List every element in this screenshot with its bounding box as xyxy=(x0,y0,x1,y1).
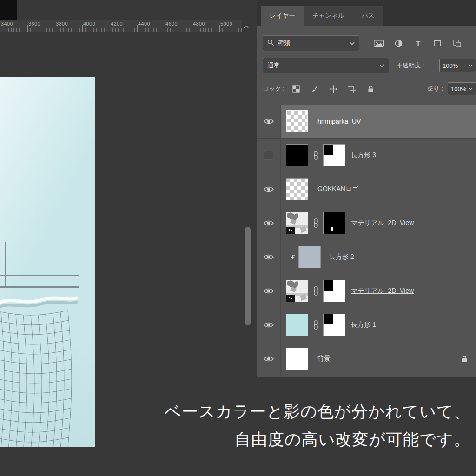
layer-name[interactable]: 背景 xyxy=(317,355,331,363)
ruler-label: 4800 xyxy=(193,21,205,26)
clipping-mask-arrow-icon xyxy=(284,255,298,260)
ruler-corner-block xyxy=(0,0,17,20)
layer-mask-thumbnail[interactable] xyxy=(323,280,345,302)
lock-label: ロック : xyxy=(263,81,284,97)
layer-name[interactable]: 長方形 3 xyxy=(351,151,376,159)
visibility-toggle[interactable] xyxy=(257,274,281,308)
svg-text:T: T xyxy=(416,40,420,47)
tab-paths[interactable]: パス xyxy=(353,6,383,26)
shape-layer-filter-icon[interactable] xyxy=(432,38,443,49)
link-icon xyxy=(308,320,323,330)
opacity-label: 不透明度 : xyxy=(397,58,424,73)
link-icon xyxy=(308,286,323,296)
layer-mask-thumbnail[interactable] xyxy=(323,144,345,166)
pixel-layer-filter-icon[interactable] xyxy=(373,38,384,49)
layer-name[interactable]: GOKKANロゴ xyxy=(317,185,359,193)
layer-mask-thumbnail[interactable] xyxy=(323,212,345,234)
visibility-toggle[interactable] xyxy=(257,308,281,342)
layer-name[interactable]: hmmparka_UV xyxy=(317,118,361,125)
visibility-toggle[interactable] xyxy=(257,342,281,376)
fill-field[interactable]: 100% xyxy=(448,82,476,95)
layers-panel: レイヤー チャンネル パス 種類 T xyxy=(257,0,476,377)
horizontal-ruler[interactable]: 3400 3600 3800 4000 4200 4400 4600 4800 … xyxy=(0,20,242,32)
layer-thumbnail[interactable] xyxy=(286,110,308,132)
eye-icon xyxy=(264,254,274,260)
visibility-toggle[interactable] xyxy=(257,172,281,206)
layer-row-background[interactable]: 背景 xyxy=(257,342,476,376)
opacity-field[interactable]: 100% xyxy=(439,59,476,72)
ruler-label: 3600 xyxy=(28,21,40,26)
uv-strap-grid-line xyxy=(5,242,6,288)
layer-name[interactable]: 長方形 2 xyxy=(329,253,354,261)
uv-wireframe-mesh xyxy=(0,292,78,447)
layer-thumbnail[interactable] xyxy=(298,246,321,268)
link-icon xyxy=(308,151,323,160)
layer-name[interactable]: マテリアル_2D_View xyxy=(351,219,414,227)
layer-name[interactable]: 長方形 1 xyxy=(351,321,376,329)
layer-row-material-2d-view-bottom[interactable]: マテリアル_2D_View xyxy=(257,274,476,308)
opacity-value: 100% xyxy=(443,62,458,69)
document-canvas[interactable] xyxy=(0,77,95,447)
visibility-toggle[interactable] xyxy=(257,240,281,274)
lock-all-icon[interactable] xyxy=(366,84,375,93)
layer-mask-thumbnail[interactable] xyxy=(323,314,345,336)
layer-thumbnail[interactable] xyxy=(286,348,308,370)
eye-icon xyxy=(264,288,274,294)
eye-icon xyxy=(264,118,274,125)
layer-thumbnail[interactable] xyxy=(286,212,308,234)
visibility-toggle[interactable] xyxy=(257,206,281,240)
adjustment-layer-filter-icon[interactable] xyxy=(393,38,404,49)
ruler-label: 4000 xyxy=(83,21,95,26)
lock-buttons xyxy=(291,81,375,97)
blend-mode-value: 通常 xyxy=(267,61,280,70)
panel-tab-bar: レイヤー チャンネル パス xyxy=(257,0,476,26)
lock-paint-brush-icon[interactable] xyxy=(310,84,319,93)
tab-channels[interactable]: チャンネル xyxy=(304,6,353,26)
smart-object-filter-icon[interactable] xyxy=(451,38,463,49)
blend-mode-select[interactable]: 通常 xyxy=(263,58,389,73)
canvas-vertical-scrollbar[interactable] xyxy=(245,227,251,325)
eye-icon xyxy=(264,186,274,192)
chevron-down-icon xyxy=(350,42,355,45)
layer-thumbnail[interactable] xyxy=(286,144,308,166)
eye-icon xyxy=(264,322,274,328)
caption-line-2: 自由度の高い改変が可能です。 xyxy=(130,426,470,454)
tab-layers[interactable]: レイヤー xyxy=(261,6,304,26)
ruler-label: 4400 xyxy=(138,21,150,26)
eye-icon xyxy=(264,220,274,226)
ruler-label: 4600 xyxy=(165,21,178,26)
layer-row-hmmparka-uv[interactable]: hmmparka_UV xyxy=(257,105,476,139)
layer-thumbnail[interactable] xyxy=(286,280,308,302)
layer-name[interactable]: マテリアル_2D_View xyxy=(351,287,414,295)
filter-kind-label: 種類 xyxy=(278,39,290,47)
chevron-up-icon[interactable] xyxy=(244,22,249,30)
photoshop-workspace: 3400 3600 3800 4000 4200 4400 4600 4800 … xyxy=(0,0,476,476)
layer-row-rect2[interactable]: 長方形 2 xyxy=(257,240,476,274)
layer-row-rect1[interactable]: 長方形 1 xyxy=(257,308,476,342)
layer-row-material-2d-view-top[interactable]: マテリアル_2D_View xyxy=(257,206,476,240)
link-icon xyxy=(308,218,323,228)
promo-caption: ベースカラーと影の色が分かれていて、 自由度の高い改変が可能です。 xyxy=(130,398,470,454)
lock-position-move-icon[interactable] xyxy=(329,84,338,93)
type-layer-filter-icon[interactable]: T xyxy=(412,38,423,49)
ruler-label: 4200 xyxy=(111,21,123,26)
uv-strap-grid xyxy=(0,242,79,288)
visibility-toggle[interactable] xyxy=(257,105,281,138)
ruler-label: 5000 xyxy=(220,21,232,26)
ruler-label: 3800 xyxy=(56,21,68,26)
chevron-down-icon xyxy=(469,87,473,90)
ruler-label: 3400 xyxy=(1,21,13,26)
layer-list: hmmparka_UV 長方形 3 xyxy=(257,105,476,376)
lock-artboard-icon[interactable] xyxy=(347,84,357,93)
lock-transparency-icon[interactable] xyxy=(291,84,301,93)
eye-icon xyxy=(264,356,274,362)
layer-row-gokkan-logo[interactable]: GOKKANロゴ xyxy=(257,172,476,206)
layer-filter-buttons: T xyxy=(373,35,463,51)
layer-thumbnail[interactable] xyxy=(286,178,308,200)
layer-thumbnail[interactable] xyxy=(286,314,308,336)
search-icon xyxy=(267,39,274,47)
layer-filter-kind-select[interactable]: 種類 xyxy=(263,35,359,51)
caption-line-1: ベースカラーと影の色が分かれていて、 xyxy=(130,398,470,426)
visibility-toggle[interactable] xyxy=(257,139,281,172)
layer-row-rect3[interactable]: 長方形 3 xyxy=(257,139,476,172)
